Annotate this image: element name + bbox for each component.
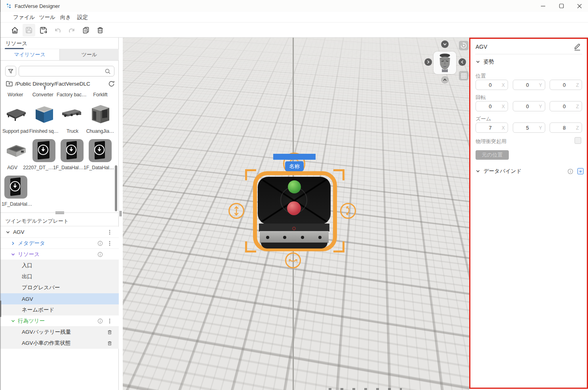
refresh-icon[interactable] [108, 80, 115, 88]
asset-label[interactable]: Truck [67, 128, 78, 134]
info-icon[interactable] [97, 252, 103, 257]
tree-node-exit[interactable]: 出口 [0, 271, 119, 282]
asset-label[interactable]: Factory bac… [57, 92, 86, 98]
asset-label[interactable]: AGV [7, 165, 17, 170]
asset-label[interactable]: 1F_DataHal… [53, 165, 84, 170]
scale-x-input[interactable]: 7X [476, 122, 508, 133]
splitter-handle[interactable] [120, 211, 122, 216]
name-label-badge[interactable]: 名称 [285, 161, 304, 171]
asset-item[interactable] [30, 138, 58, 163]
rotate-view-down-button[interactable] [441, 76, 449, 84]
chevron-right-icon[interactable] [11, 241, 15, 246]
scale-z-input[interactable]: 8Z [550, 122, 582, 133]
chevron-down-icon[interactable] [6, 230, 10, 235]
rotation-x-input[interactable]: 0X [476, 101, 508, 111]
add-databind-icon[interactable]: + [577, 168, 584, 174]
rotate-view-left-button[interactable] [424, 58, 432, 66]
menu-file[interactable]: ファイル [13, 14, 35, 21]
asset-item[interactable] [58, 101, 86, 127]
asset-item[interactable] [2, 101, 30, 127]
tree-node-agv-root[interactable]: AGV [0, 227, 119, 238]
asset-label[interactable]: ChuangJia… [86, 128, 114, 134]
grid-view-icon[interactable] [459, 71, 468, 80]
asset-scrollbar[interactable] [115, 165, 117, 211]
tree-node-battery[interactable]: AGVバッテリー残量 [0, 327, 119, 338]
asset-label[interactable]: 1F_DataHal… [2, 201, 32, 207]
tree-node-metadata[interactable]: メタデータ [0, 238, 119, 249]
tree-node-entrance[interactable]: 入口 [0, 260, 119, 271]
info-icon[interactable] [567, 168, 573, 174]
maximize-button[interactable] [552, 0, 571, 12]
asset-label[interactable]: Converter [32, 92, 53, 98]
tree-node-progressbar[interactable]: プログレスバー [0, 282, 119, 293]
asset-label[interactable]: Worker [8, 92, 23, 98]
tab-tools[interactable]: ツール [59, 49, 119, 61]
orbit-mode-icon[interactable] [459, 41, 468, 50]
asset-item[interactable] [86, 138, 114, 163]
menu-orientation[interactable]: 向き [60, 14, 71, 21]
divider-handle[interactable] [55, 212, 64, 214]
physics-collision-checkbox[interactable] [575, 137, 581, 144]
save-button[interactable] [23, 24, 35, 36]
asset-item[interactable] [2, 138, 30, 163]
kebab-menu-icon[interactable] [107, 229, 112, 235]
asset-label[interactable]: Finished sq… [29, 128, 59, 134]
asset-item[interactable] [58, 138, 86, 163]
directory-path[interactable]: /Public Directory/FactVerseDLC [15, 81, 90, 87]
rotate-view-right-button[interactable] [459, 58, 466, 66]
info-icon[interactable] [97, 318, 103, 324]
folder-up-icon[interactable] [6, 80, 13, 88]
rotate-view-up-button[interactable] [441, 40, 449, 48]
asset-label[interactable]: 22207_DT_… [23, 165, 53, 170]
position-x-input[interactable]: 0X [476, 80, 508, 90]
rotate-vertical-handle[interactable] [340, 203, 356, 219]
kebab-menu-icon[interactable] [107, 318, 112, 324]
tree-node-behavior[interactable]: 行為ツリー [0, 315, 119, 327]
position-z-input[interactable]: 0Z [550, 80, 582, 90]
asset-label[interactable]: Forklift [93, 92, 107, 98]
undo-button[interactable] [51, 24, 64, 36]
panel-splitter[interactable] [119, 38, 123, 390]
save-as-button[interactable] [37, 24, 49, 36]
filter-button[interactable] [5, 66, 16, 76]
minimize-button[interactable] [534, 0, 552, 12]
databind-section-header[interactable]: データバインド [483, 168, 521, 175]
tab-my-resources[interactable]: マイリソース [0, 49, 59, 61]
rotation-y-input[interactable]: 0Y [513, 101, 545, 111]
tree-node-workstate[interactable]: AGV小車の作業状態 [0, 338, 119, 349]
view-cube-avatar[interactable] [434, 52, 456, 74]
trash-icon[interactable] [107, 329, 112, 335]
edit-name-icon[interactable] [573, 42, 581, 51]
search-input[interactable] [19, 66, 114, 76]
tree-scrollbar[interactable] [0, 300, 1, 317]
tree-node-resources[interactable]: リソース [0, 249, 119, 260]
chevron-down-icon[interactable] [11, 252, 15, 257]
chevron-down-icon[interactable] [11, 319, 15, 323]
tree-node-nameboard[interactable]: ネームボード [0, 304, 119, 315]
asset-item[interactable] [86, 101, 114, 127]
home-button[interactable] [8, 24, 21, 36]
asset-item[interactable] [2, 174, 30, 200]
delete-button[interactable] [94, 24, 107, 36]
redo-button[interactable] [65, 24, 78, 36]
viewport-3d[interactable]: 名称 [123, 38, 469, 390]
reset-position-button[interactable]: 元の位置 [476, 150, 509, 160]
tree-node-agv-selected[interactable]: AGV [0, 293, 119, 304]
move-vertical-handle[interactable] [228, 203, 244, 219]
copy-button[interactable] [80, 24, 92, 36]
scale-y-input[interactable]: 5Y [513, 122, 545, 133]
position-y-input[interactable]: 0Y [513, 80, 545, 90]
resources-tab[interactable]: リソース [6, 40, 27, 47]
chevron-down-icon[interactable] [476, 59, 480, 64]
rotate-horizontal-handle[interactable] [285, 252, 301, 268]
asset-label[interactable]: Support pad [2, 128, 29, 134]
menu-tools[interactable]: ツール [39, 14, 55, 21]
kebab-menu-icon[interactable] [107, 241, 112, 246]
pose-section-header[interactable]: 姿勢 [483, 58, 494, 65]
close-button[interactable] [570, 0, 588, 12]
asset-item[interactable] [30, 101, 58, 127]
trash-icon[interactable] [107, 340, 112, 346]
asset-label[interactable]: 1F_DataHal… [84, 165, 114, 170]
info-icon[interactable] [97, 241, 103, 246]
menu-settings[interactable]: 設定 [77, 14, 88, 21]
